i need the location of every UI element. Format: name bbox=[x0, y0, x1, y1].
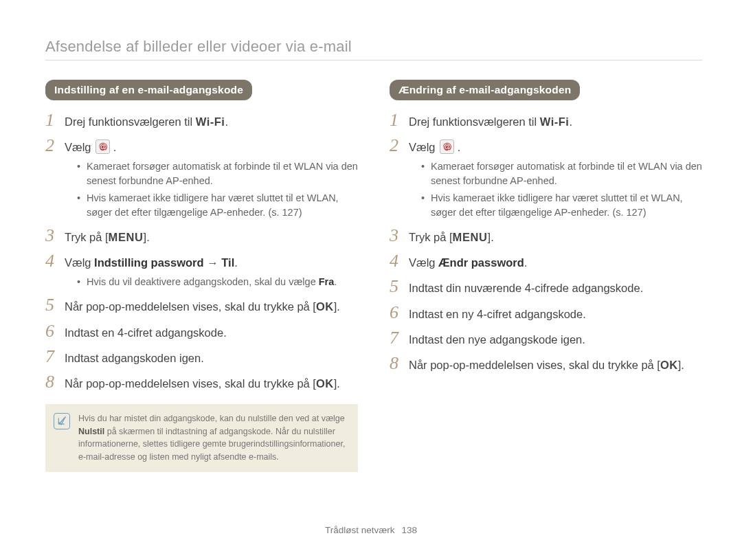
email-app-icon bbox=[440, 139, 454, 154]
step-bold: Ændr password bbox=[438, 256, 524, 269]
email-app-icon bbox=[95, 139, 110, 154]
step-text: . bbox=[234, 256, 238, 269]
page-footer: Trådløst netværk 138 bbox=[0, 525, 742, 535]
step-2: 2 Vælg . Kameraet forsøger automatisk at… bbox=[45, 139, 358, 220]
step-1: 1 Drej funktionsvælgeren til Wi-Fi. bbox=[45, 114, 358, 130]
step-number: 1 bbox=[390, 110, 398, 131]
step-6: 6 Indtast en ny 4-cifret adgangskode. bbox=[390, 306, 702, 322]
page-title: Afsendelse af billeder eller videoer via… bbox=[45, 38, 702, 56]
step-text: Drej funktionsvælgeren til bbox=[65, 115, 196, 128]
title-divider bbox=[45, 60, 702, 60]
menu-button-label: MENU bbox=[453, 231, 488, 243]
right-column: Ændring af e-mail-adgangskoden 1 Drej fu… bbox=[390, 80, 702, 472]
ok-button-label: OK bbox=[660, 359, 678, 371]
step-text: Vælg bbox=[409, 256, 438, 269]
step-text: Vælg bbox=[409, 141, 438, 153]
step-text: ]. bbox=[678, 359, 684, 371]
step-number: 3 bbox=[390, 225, 398, 246]
step-2-notes: Kameraet forsøger automatisk at forbinde… bbox=[421, 159, 702, 220]
step-text: ]. bbox=[488, 231, 494, 243]
step-text: ]. bbox=[144, 231, 150, 243]
step-text: Tryk på [ bbox=[65, 231, 109, 243]
subheading-change-password: Ændring af e-mail-adgangskoden bbox=[390, 80, 580, 100]
step-number: 3 bbox=[45, 225, 54, 246]
step-text: Drej funktionsvælgeren til bbox=[409, 115, 540, 128]
step-number: 4 bbox=[45, 251, 54, 271]
step-text: Vælg bbox=[65, 256, 94, 269]
step-number: 7 bbox=[45, 346, 54, 367]
note-text: Hvis du har mistet din adgangskode, kan … bbox=[78, 412, 348, 464]
step-8: 8 Når pop-op-meddelelsen vises, skal du … bbox=[390, 357, 702, 373]
wifi-icon: Wi-Fi bbox=[540, 115, 570, 128]
step-3: 3 Tryk på [MENU]. bbox=[45, 229, 358, 245]
menu-button-label: MENU bbox=[109, 231, 144, 243]
note-box: Hvis du har mistet din adgangskode, kan … bbox=[45, 404, 358, 472]
list-item: Hvis kameraet ikke tidligere har været s… bbox=[421, 191, 702, 220]
step-number: 4 bbox=[390, 251, 398, 271]
footer-label: Trådløst netværk bbox=[325, 525, 395, 535]
step-text: Indtast din nuværende 4-cifrede adgangsk… bbox=[409, 280, 702, 296]
step-7: 7 Indtast adgangskoden igen. bbox=[45, 350, 358, 366]
ok-button-label: OK bbox=[316, 300, 334, 313]
step-bold: Indstilling password bbox=[94, 256, 204, 269]
step-text: Når pop-op-meddelelsen vises, skal du tr… bbox=[65, 377, 316, 390]
step-text: Tryk på [ bbox=[409, 231, 453, 243]
step-number: 1 bbox=[45, 110, 54, 131]
step-text: Indtast den nye adgangskode igen. bbox=[409, 332, 702, 348]
step-text: ]. bbox=[334, 300, 340, 313]
step-text: Indtast adgangskoden igen. bbox=[65, 350, 358, 366]
ok-button-label: OK bbox=[316, 377, 334, 390]
step-5: 5 Indtast din nuværende 4-cifrede adgang… bbox=[390, 280, 702, 296]
step-text: Indtast en 4-cifret adgangskode. bbox=[65, 325, 358, 341]
step-4: 4 Vælg Ændr password. bbox=[390, 255, 702, 271]
step-5: 5 Når pop-op-meddelelsen vises, skal du … bbox=[45, 299, 358, 315]
step-text: . bbox=[225, 115, 228, 128]
list-item: Kameraet forsøger automatisk at forbinde… bbox=[77, 159, 358, 188]
step-text: Vælg bbox=[65, 141, 94, 153]
step-1: 1 Drej funktionsvælgeren til Wi-Fi. bbox=[390, 114, 702, 130]
step-text: Når pop-op-meddelelsen vises, skal du tr… bbox=[409, 359, 660, 371]
step-7: 7 Indtast den nye adgangskode igen. bbox=[390, 332, 702, 348]
step-number: 2 bbox=[390, 135, 398, 156]
page-number: 138 bbox=[401, 525, 417, 535]
list-item: Hvis du vil deaktivere adgangskoden, ska… bbox=[77, 275, 358, 289]
step-3: 3 Tryk på [MENU]. bbox=[390, 229, 702, 245]
step-number: 8 bbox=[390, 353, 398, 374]
content-columns: Indstilling af en e-mail-adgangskode 1 D… bbox=[45, 80, 702, 472]
step-number: 2 bbox=[45, 135, 54, 156]
step-text: Når pop-op-meddelelsen vises, skal du tr… bbox=[65, 300, 316, 313]
step-6: 6 Indtast en 4-cifret adgangskode. bbox=[45, 325, 358, 341]
step-number: 7 bbox=[390, 328, 398, 348]
step-number: 8 bbox=[45, 372, 54, 392]
step-bold: Til bbox=[221, 256, 234, 269]
step-4: 4 Vælg Indstilling password → Til. Hvis … bbox=[45, 255, 358, 289]
note-icon bbox=[54, 413, 70, 429]
step-number: 5 bbox=[390, 276, 398, 297]
step-text: ]. bbox=[334, 377, 340, 390]
step-number: 5 bbox=[45, 295, 54, 315]
step-8: 8 Når pop-op-meddelelsen vises, skal du … bbox=[45, 376, 358, 392]
step-number: 6 bbox=[45, 321, 54, 341]
list-item: Kameraet forsøger automatisk at forbinde… bbox=[421, 159, 702, 188]
step-text: . bbox=[524, 256, 528, 269]
step-number: 6 bbox=[390, 302, 398, 323]
step-text: . bbox=[110, 141, 116, 153]
list-item: Hvis kameraet ikke tidligere har været s… bbox=[77, 191, 358, 220]
step-text: . bbox=[569, 115, 572, 128]
step-2: 2 Vælg . Kameraet forsøger automatisk at… bbox=[390, 139, 702, 220]
step-2-notes: Kameraet forsøger automatisk at forbinde… bbox=[77, 159, 358, 220]
subheading-set-password: Indstilling af en e-mail-adgangskode bbox=[45, 80, 252, 100]
step-text: Indtast en ny 4-cifret adgangskode. bbox=[409, 306, 702, 322]
wifi-icon: Wi-Fi bbox=[196, 115, 225, 128]
step-text: → bbox=[204, 256, 222, 269]
step-text: . bbox=[454, 141, 460, 153]
step-4-notes: Hvis du vil deaktivere adgangskoden, ska… bbox=[77, 275, 358, 289]
left-column: Indstilling af en e-mail-adgangskode 1 D… bbox=[45, 80, 358, 472]
